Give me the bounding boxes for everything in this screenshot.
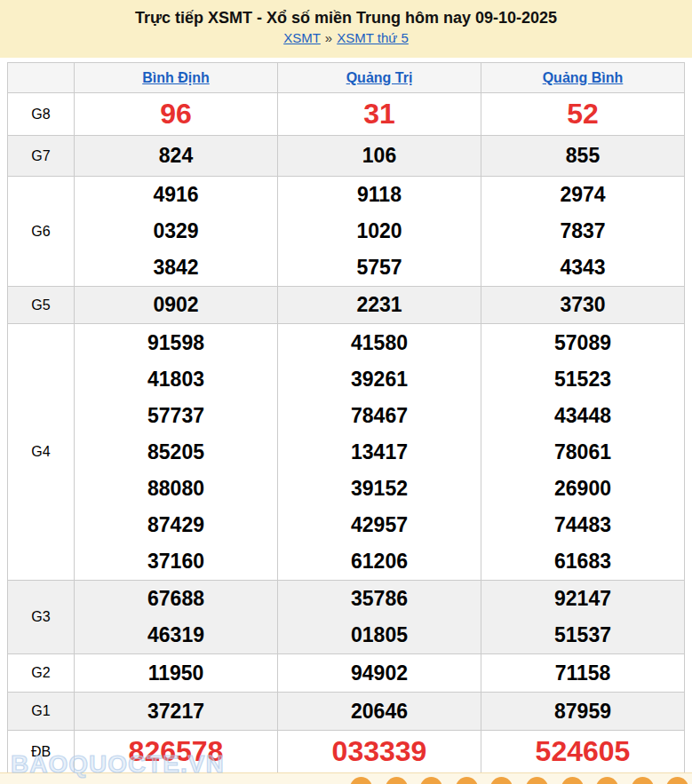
lotto-ball (632, 777, 654, 784)
prize-number: 4343 (481, 249, 684, 286)
prize-row-G2: G2119509490271158 (8, 654, 685, 693)
prize-number: 033339 (278, 735, 481, 768)
province-link-1[interactable]: Bình Định (142, 70, 210, 85)
prize-label: ĐB (8, 731, 75, 773)
prize-number: 61683 (481, 543, 684, 580)
lotto-ball (596, 777, 618, 784)
prize-number: 42957 (278, 507, 481, 543)
prize-number: 39152 (278, 471, 481, 507)
prize-values-cell: 20646 (278, 693, 481, 731)
prize-number: 87959 (481, 700, 684, 724)
prize-label: G1 (8, 693, 75, 731)
prize-number: 824 (75, 144, 277, 168)
prize-row-G6: G6491603293842911810205757297478374343 (8, 177, 685, 287)
prize-values-cell: 524605 (481, 731, 685, 773)
prize-number: 94902 (278, 661, 481, 685)
prize-number: 2231 (278, 293, 481, 317)
prize-number: 39261 (278, 361, 481, 398)
prize-number: 41580 (278, 325, 481, 361)
prize-row-G7: G7824106855 (8, 136, 685, 177)
prize-values-cell: 52 (481, 93, 685, 136)
prize-label: G4 (8, 324, 75, 581)
lotto-ball (561, 777, 584, 784)
prize-label: G5 (8, 287, 75, 324)
prize-number: 92147 (481, 581, 684, 617)
prize-number: 2974 (481, 177, 684, 213)
prize-number: 46319 (75, 617, 277, 653)
lotto-ball (350, 777, 372, 784)
prize-row-G3: G3676884631935786018059214751537 (8, 581, 685, 654)
prize-number: 37160 (75, 543, 277, 580)
prize-number: 01805 (278, 617, 481, 653)
prize-number: 7837 (481, 213, 684, 249)
prize-number: 91598 (75, 325, 277, 361)
prize-number: 31 (278, 98, 481, 131)
results-table: Bình ĐịnhQuảng TrịQuảng Bình G8963152G78… (7, 62, 685, 773)
prize-number: 57089 (481, 325, 684, 361)
prize-number: 52 (481, 98, 684, 131)
prize-number: 96 (75, 98, 277, 131)
prize-values-cell: 855 (481, 136, 685, 177)
prize-number: 106 (278, 144, 481, 168)
prize-number: 5757 (278, 249, 481, 286)
prize-number: 74483 (481, 507, 684, 543)
lotto-ball (490, 777, 513, 784)
prize-row-G5: G5090222313730 (8, 287, 685, 324)
prize-row-G4: G491598418035773785205880808742937160415… (8, 324, 685, 581)
prize-values-cell: 106 (278, 136, 481, 177)
prize-values-cell: 911810205757 (278, 177, 481, 287)
prize-values-cell: 826578 (75, 731, 278, 773)
prize-values-cell: 9214751537 (481, 581, 685, 654)
prize-label: G7 (8, 136, 75, 177)
lotto-ball (526, 777, 548, 784)
prize-row-G8: G8963152 (8, 93, 685, 136)
prize-row-ĐB: ĐB826578033339524605 (8, 731, 685, 773)
province-link-3[interactable]: Quảng Bình (543, 70, 624, 85)
prize-number: 67688 (75, 581, 277, 617)
prize-number: 78061 (481, 434, 684, 471)
prize-label: G3 (8, 581, 75, 654)
prize-values-cell: 41580392617846713417391524295761206 (278, 324, 481, 581)
prize-row-G1: G1372172064687959 (8, 693, 685, 731)
corner-cell (8, 63, 75, 93)
prize-values-cell: 91598418035773785205880808742937160 (75, 324, 278, 581)
prize-number: 87429 (75, 507, 277, 543)
province-link-2[interactable]: Quảng Trị (346, 70, 413, 85)
lotto-ball (386, 777, 408, 784)
prize-values-cell: 87959 (481, 693, 685, 731)
prize-number: 826578 (75, 735, 277, 768)
prize-values-cell: 71158 (481, 654, 685, 693)
prize-number: 85205 (75, 434, 277, 471)
prize-label: G6 (8, 177, 75, 287)
breadcrumb: XSMT»XSMT thứ 5 (0, 28, 692, 49)
prize-number: 26900 (481, 471, 684, 507)
lotto-balls-strip (0, 772, 692, 784)
prize-values-cell: 6768846319 (75, 581, 278, 654)
prize-number: 0329 (75, 213, 277, 249)
prize-values-cell: 96 (75, 93, 278, 136)
prize-number: 11950 (75, 661, 277, 685)
lottery-results-page: Trực tiếp XSMT - Xổ số miền Trung hôm na… (0, 0, 692, 784)
prize-number: 4916 (75, 177, 277, 213)
prize-number: 41803 (75, 361, 277, 398)
prize-number: 71158 (481, 661, 684, 685)
province-header: Bình Định (75, 63, 278, 93)
breadcrumb-link-current[interactable]: XSMT thứ 5 (337, 30, 409, 45)
lotto-ball (420, 777, 442, 784)
page-header: Trực tiếp XSMT - Xổ số miền Trung hôm na… (0, 0, 692, 58)
prize-values-cell: 033339 (278, 731, 481, 773)
lotto-ball (666, 777, 688, 784)
page-title: Trực tiếp XSMT - Xổ số miền Trung hôm na… (0, 8, 692, 28)
prize-number: 0902 (75, 293, 277, 317)
prize-number: 524605 (481, 735, 684, 768)
prize-number: 35786 (278, 581, 481, 617)
prize-values-cell: 11950 (75, 654, 278, 693)
breadcrumb-separator: » (325, 30, 332, 45)
prize-values-cell: 3578601805 (278, 581, 481, 654)
prize-label: G2 (8, 654, 75, 693)
prize-number: 1020 (278, 213, 481, 249)
prize-number: 9118 (278, 177, 481, 213)
breadcrumb-link-xsmt[interactable]: XSMT (283, 30, 321, 45)
prize-values-cell: 824 (75, 136, 278, 177)
prize-number: 88080 (75, 471, 277, 507)
